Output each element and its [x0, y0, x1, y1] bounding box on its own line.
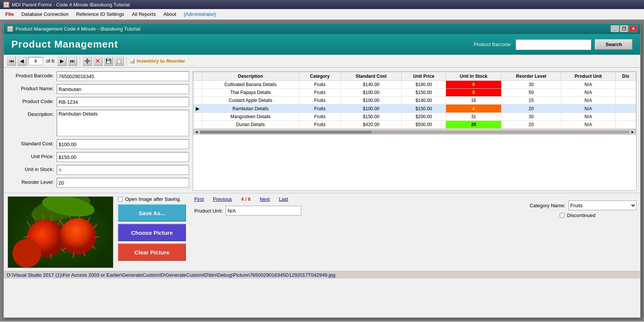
col-arrow — [194, 72, 202, 81]
first-nav-link[interactable]: First — [194, 196, 204, 202]
category-row: Category Name: Fruits Vegetables Beverag… — [529, 200, 636, 210]
close-button[interactable]: ✕ — [629, 25, 637, 32]
search-button[interactable]: Search — [595, 39, 633, 50]
table-row[interactable]: Cultivated Banana DetailsFruits$140.00$1… — [194, 81, 636, 89]
toolbar-divider-1 — [80, 57, 80, 65]
table-hscrollbar[interactable]: ◄ ► — [193, 129, 636, 135]
clear-picture-button[interactable]: Clear Picture — [118, 243, 186, 261]
label-stock: Unit in Stock: — [8, 165, 57, 172]
input-stock[interactable] — [57, 165, 189, 175]
open-image-row: Open Image after Saving. — [118, 196, 190, 202]
products-table: Description Category Standard Cost Unit … — [193, 72, 636, 129]
cell-price: $140.00 — [402, 97, 446, 105]
header: Product Management Product Barcode: Sear… — [4, 34, 640, 55]
add-record-button[interactable]: ➕ — [83, 57, 92, 66]
menu-reports[interactable]: All Reports — [129, 10, 159, 18]
cell-discontinued — [616, 121, 636, 129]
form-row-code: Product Code: — [8, 97, 189, 107]
cell-description: Durian Details — [202, 121, 299, 129]
first-record-button[interactable]: ⏮ — [7, 57, 16, 66]
product-unit-input[interactable] — [226, 206, 301, 216]
input-desc[interactable]: Rambutan Details — [57, 110, 189, 136]
cell-unit: N/A — [561, 105, 615, 113]
discontinued-label: Discontinued — [567, 213, 595, 218]
previous-nav-link[interactable]: Previous — [213, 196, 232, 202]
input-cost[interactable] — [57, 139, 189, 149]
input-reorder[interactable] — [57, 178, 189, 188]
cell-unit: N/A — [561, 121, 615, 129]
form-row-name: Product Name: — [8, 84, 189, 94]
next-nav-link[interactable]: Next — [260, 196, 270, 202]
next-record-button[interactable]: ▶ — [57, 57, 67, 66]
menu-file[interactable]: File — [2, 10, 17, 18]
product-image — [8, 196, 113, 268]
cell-unit: N/A — [561, 113, 615, 121]
menu-reference[interactable]: Reference ID Settings — [73, 10, 127, 18]
table-row[interactable]: Custard Apple DetailsFruits$100.00$140.0… — [194, 97, 636, 105]
cell-cost: $100.00 — [341, 105, 401, 113]
cell-discontinued — [616, 113, 636, 121]
rambutan-image — [8, 197, 113, 268]
input-code[interactable] — [57, 97, 189, 107]
table-row[interactable]: Thai Papaya DetailsFruits$100.00$150.000… — [194, 89, 636, 97]
cell-price: $500.00 — [402, 121, 446, 129]
input-price[interactable] — [57, 152, 189, 162]
category-select[interactable]: Fruits Vegetables Beverages — [568, 200, 636, 210]
cell-category: Fruits — [299, 89, 341, 97]
cell-discontinued — [616, 81, 636, 89]
status-bar: D:\Visual Studio 2017 (1)\For Access 200… — [4, 271, 640, 279]
title-bar: 🪟 MDI Parent Forms - Code A Minute iBass… — [0, 0, 644, 9]
col-dis: Dis — [616, 72, 636, 81]
scroll-right[interactable]: ► — [631, 130, 635, 134]
cell-cost: $420.00 — [341, 121, 401, 129]
table-row[interactable]: Durian DetailsFruits$420.00$500.002020N/… — [194, 121, 636, 129]
save-record-button[interactable]: 💾 — [104, 57, 113, 66]
restore-button[interactable]: ❐ — [620, 25, 628, 32]
table-row[interactable]: Mangosteen DetailsFruits$150.00$200.0031… — [194, 113, 636, 121]
svg-point-16 — [60, 218, 96, 254]
cell-category: Fruits — [299, 113, 341, 121]
bottom-controls: Open Image after Saving. Save As... Choo… — [118, 196, 190, 261]
input-name[interactable] — [57, 84, 189, 94]
reorder-button[interactable]: 📋 — [115, 57, 124, 66]
cell-category: Fruits — [299, 105, 341, 113]
col-reorder: Reorder Level — [501, 72, 561, 81]
table-section: Description Category Standard Cost Unit … — [193, 71, 636, 191]
record-number-input[interactable]: 4 — [28, 57, 43, 65]
header-right: Product Barcode: Search — [474, 39, 633, 50]
cell-stock: 20 — [446, 121, 502, 129]
last-record-button[interactable]: ⏭ — [68, 57, 77, 66]
cell-price: $150.00 — [402, 105, 446, 113]
choose-picture-button[interactable]: Choose Picture — [118, 224, 186, 241]
cell-stock: 31 — [446, 113, 502, 121]
prev-record-button[interactable]: ◀ — [17, 57, 26, 66]
menu-database[interactable]: Database Connection — [18, 10, 71, 18]
cell-reorder: 30 — [501, 113, 561, 121]
label-reorder: Reorder Level: — [8, 178, 57, 185]
label-cost: Standard Cost: — [8, 139, 57, 146]
last-nav-link[interactable]: Last — [279, 196, 288, 202]
open-image-checkbox[interactable] — [118, 197, 123, 202]
cell-stock: 0 — [446, 89, 502, 97]
bottom-section: Open Image after Saving. Save As... Choo… — [4, 193, 640, 271]
inventory-reorder-button[interactable]: 📊 Inventory to Reorder — [129, 58, 185, 64]
table-scroll[interactable]: Description Category Standard Cost Unit … — [193, 72, 636, 129]
menu-about[interactable]: About — [160, 10, 179, 18]
row-arrow-cell — [194, 113, 202, 121]
input-barcode[interactable] — [57, 71, 189, 81]
table-row[interactable]: ▶Rambutan DetailsFruits$100.00$150.00420… — [194, 105, 636, 113]
barcode-search-input[interactable] — [516, 39, 591, 50]
col-stock: Unit In Stock — [446, 72, 502, 81]
cell-unit: N/A — [561, 81, 615, 89]
title-bar-text: MDI Parent Forms - Code A Minute iBassku… — [12, 2, 130, 8]
cell-stock: 0 — [446, 81, 502, 89]
scroll-left[interactable]: ◄ — [195, 130, 198, 134]
discontinued-checkbox[interactable] — [560, 213, 565, 218]
minimize-button[interactable]: _ — [611, 25, 619, 32]
row-arrow-icon: ▶ — [196, 106, 200, 111]
cell-discontinued — [616, 105, 636, 113]
svg-point-27 — [12, 239, 41, 268]
delete-record-button[interactable]: ✕ — [93, 57, 102, 66]
form-row-reorder: Reorder Level: — [8, 178, 189, 188]
save-as-button[interactable]: Save As... — [118, 204, 186, 222]
